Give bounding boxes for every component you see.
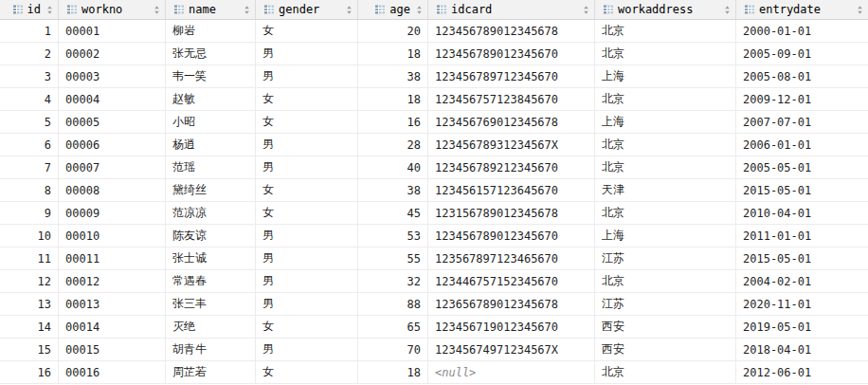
column-header-entrydate[interactable]: entrydate [736,0,868,19]
sort-toggle-icon[interactable] [416,5,423,15]
cell-id[interactable]: 15 [0,339,59,360]
cell-id[interactable]: 1 [0,20,59,42]
cell-age[interactable]: 53 [358,225,428,247]
cell-workno[interactable]: 00002 [59,43,166,64]
cell-entrydate[interactable]: 2005-08-01 [736,65,868,87]
cell-idcard[interactable]: 123456789712345670 [428,65,595,87]
cell-age[interactable]: 32 [358,270,428,292]
cell-age[interactable]: 88 [358,293,428,315]
cell-entrydate[interactable]: 2018-04-01 [736,339,868,360]
cell-name[interactable]: 韦一笑 [166,65,256,87]
cell-workno[interactable]: 00005 [59,111,166,133]
cell-workno[interactable]: 00011 [59,248,166,269]
cell-name[interactable]: 张无忌 [166,43,256,64]
cell-workno[interactable]: 00015 [59,339,166,360]
cell-age[interactable]: 20 [358,20,428,42]
cell-workno[interactable]: 00009 [59,202,166,224]
cell-gender[interactable]: 男 [256,339,358,360]
cell-workaddress[interactable]: 西安 [595,339,736,360]
cell-workno[interactable]: 00007 [59,156,166,178]
cell-name[interactable]: 周芷若 [166,361,256,383]
cell-entrydate[interactable]: 2020-11-01 [736,293,868,315]
cell-name[interactable]: 陈友谅 [166,225,256,247]
cell-workaddress[interactable]: 北京 [595,270,736,292]
cell-entrydate[interactable]: 2004-02-01 [736,270,868,292]
sort-toggle-icon[interactable] [154,5,160,15]
cell-id[interactable]: 14 [0,316,59,338]
cell-gender[interactable]: 女 [256,202,358,224]
cell-age[interactable]: 55 [358,248,428,269]
cell-name[interactable]: 张士诚 [166,248,256,269]
cell-idcard[interactable]: 123456789012345678 [428,20,595,42]
column-header-age[interactable]: age [358,0,428,19]
cell-workno[interactable]: 00006 [59,134,166,156]
cell-name[interactable]: 杨逍 [166,134,256,156]
sort-toggle-icon[interactable] [857,5,863,15]
cell-gender[interactable]: 女 [256,361,358,383]
cell-gender[interactable]: 男 [256,134,358,156]
cell-entrydate[interactable]: 2010-04-01 [736,202,868,224]
cell-workaddress[interactable]: 上海 [595,225,736,247]
cell-id[interactable]: 9 [0,202,59,224]
cell-workaddress[interactable]: 西安 [595,316,736,338]
cell-entrydate[interactable]: 2006-01-01 [736,134,868,156]
sort-toggle-icon[interactable] [46,5,53,15]
cell-age[interactable]: 70 [358,339,428,360]
sort-toggle-icon[interactable] [244,5,250,15]
cell-id[interactable]: 3 [0,65,59,87]
cell-id[interactable]: 5 [0,111,59,133]
column-header-workaddress[interactable]: workaddress [595,0,736,19]
cell-workno[interactable]: 00003 [59,65,166,87]
cell-workaddress[interactable]: 北京 [595,20,736,42]
cell-idcard[interactable]: 123456769012345678 [428,111,595,133]
cell-name[interactable]: 小昭 [166,111,256,133]
cell-entrydate[interactable]: 2000-01-01 [736,20,868,42]
cell-age[interactable]: 18 [358,361,428,383]
cell-workaddress[interactable]: 江苏 [595,293,736,315]
cell-workaddress[interactable]: 北京 [595,361,736,383]
cell-id[interactable]: 6 [0,134,59,156]
cell-workaddress[interactable]: 北京 [595,134,736,156]
cell-idcard[interactable]: 12345674971234567X [428,339,595,360]
cell-id[interactable]: 8 [0,179,59,201]
cell-name[interactable]: 范瑶 [166,156,256,178]
cell-idcard[interactable]: 123456757123845670 [428,88,595,110]
cell-name[interactable]: 张三丰 [166,293,256,315]
cell-age[interactable]: 18 [358,88,428,110]
cell-name[interactable]: 范凉凉 [166,202,256,224]
cell-idcard[interactable]: 123567897123465670 [428,248,595,269]
cell-gender[interactable]: 男 [256,156,358,178]
cell-name[interactable]: 胡青牛 [166,339,256,360]
cell-entrydate[interactable]: 2005-05-01 [736,156,868,178]
sort-toggle-icon[interactable] [724,5,731,15]
column-header-id[interactable]: id [0,0,59,19]
sort-toggle-icon[interactable] [583,5,589,15]
cell-age[interactable]: 28 [358,134,428,156]
cell-age[interactable]: 16 [358,111,428,133]
cell-name[interactable]: 赵敏 [166,88,256,110]
cell-id[interactable]: 16 [0,361,59,383]
cell-workno[interactable]: 00012 [59,270,166,292]
cell-workno[interactable]: 00014 [59,316,166,338]
cell-idcard[interactable]: 123456719012345670 [428,316,595,338]
cell-id[interactable]: 11 [0,248,59,269]
sort-toggle-icon[interactable] [346,5,353,15]
cell-workaddress[interactable]: 北京 [595,43,736,64]
cell-gender[interactable]: 男 [256,225,358,247]
cell-gender[interactable]: 女 [256,20,358,42]
cell-entrydate[interactable]: 2015-05-01 [736,248,868,269]
cell-idcard[interactable]: 123456789212345670 [428,156,595,178]
cell-age[interactable]: 45 [358,202,428,224]
cell-workno[interactable]: 00010 [59,225,166,247]
cell-entrydate[interactable]: 2012-06-01 [736,361,868,383]
cell-age[interactable]: 38 [358,65,428,87]
cell-gender[interactable]: 男 [256,293,358,315]
cell-id[interactable]: 2 [0,43,59,64]
cell-workaddress[interactable]: 北京 [595,156,736,178]
cell-workno[interactable]: 00001 [59,20,166,42]
cell-idcard[interactable]: 123656789012345678 [428,293,595,315]
cell-entrydate[interactable]: 2007-07-01 [736,111,868,133]
cell-name[interactable]: 柳岩 [166,20,256,42]
cell-id[interactable]: 4 [0,88,59,110]
cell-age[interactable]: 18 [358,43,428,64]
